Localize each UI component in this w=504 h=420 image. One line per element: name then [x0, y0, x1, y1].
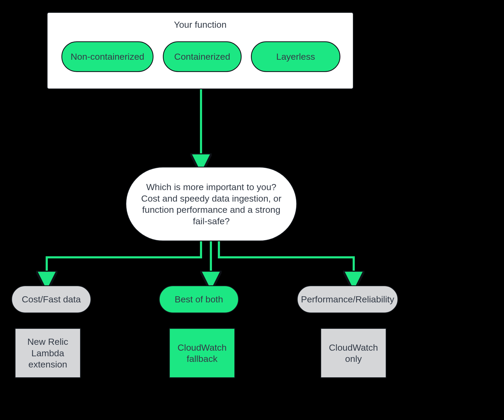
decision-text: Which is more important to you? Cost and…	[137, 181, 286, 227]
outcome-label: Performance/Reliability	[301, 294, 394, 305]
result-text: CloudWatch fallback	[170, 342, 234, 365]
option-label: Non-containerized	[71, 51, 144, 62]
option-label: Layerless	[276, 51, 315, 62]
outcome-label: Best of both	[175, 294, 223, 305]
option-non-containerized: Non-containerized	[61, 41, 153, 72]
outcome-pill-cost-fast: Cost/Fast data	[11, 285, 91, 313]
option-label: Containerized	[174, 51, 230, 62]
result-box-cw-only: CloudWatch only	[320, 328, 387, 378]
option-containerized: Containerized	[163, 41, 242, 72]
result-text: CloudWatch only	[321, 342, 386, 365]
outcome-pill-performance: Performance/Reliability	[297, 285, 398, 313]
option-layerless: Layerless	[251, 41, 340, 72]
decision-node: Which is more important to you? Cost and…	[125, 167, 297, 241]
result-box-new-relic: New Relic Lambda extension	[15, 328, 81, 378]
panel-title: Your function	[48, 13, 353, 30]
outcome-label: Cost/Fast data	[22, 294, 81, 305]
result-box-cw-fallback: CloudWatch fallback	[169, 328, 235, 378]
result-text: New Relic Lambda extension	[15, 336, 80, 370]
diagram-canvas: Your function Non-containerized Containe…	[0, 0, 504, 420]
outcome-pill-best-of-both: Best of both	[159, 285, 239, 313]
